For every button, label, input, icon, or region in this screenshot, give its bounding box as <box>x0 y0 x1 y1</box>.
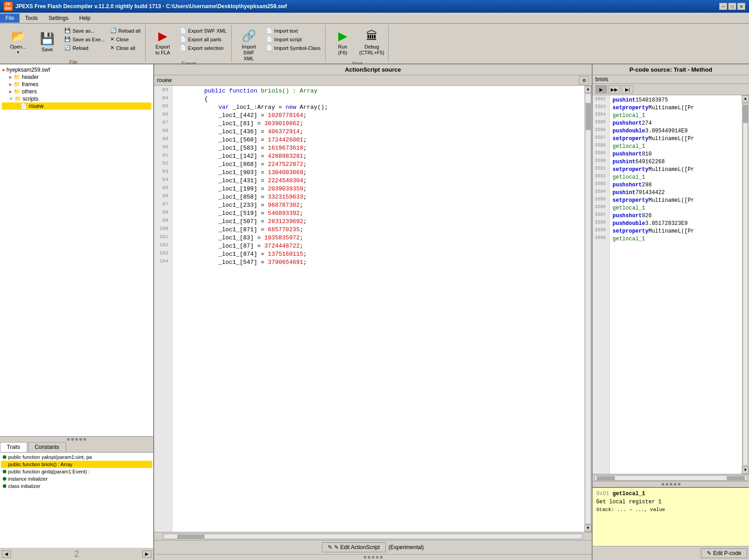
left-nav-next[interactable]: ▶ <box>142 550 151 558</box>
close-icon: ✕ <box>110 36 114 42</box>
pln-3582: 3582 <box>593 95 608 103</box>
export-fla-button[interactable]: ▶ Exportto FLA <box>149 27 176 58</box>
pcode-code[interactable]: 3582 3583 3584 3585 3586 3587 3588 3589 … <box>593 95 749 474</box>
open-arrow[interactable]: ▼ <box>16 50 20 54</box>
pcode-line-3592: getlocal_1 <box>613 173 739 181</box>
trait-label-class-init: class initializer <box>8 483 40 489</box>
as-vscroll-down[interactable]: ▼ <box>584 525 592 532</box>
tab-traits[interactable]: Traits <box>0 442 27 452</box>
menu-file[interactable]: File <box>0 14 19 23</box>
code-line-85: var _loc1_:Array = new Array(); <box>176 103 581 111</box>
menu-help[interactable]: Help <box>74 14 96 23</box>
toolbar-file-content: 📂 Open... ▼ 💾 Save 💾 Save as... 💾 <box>5 25 142 58</box>
import-text-icon: 📄 <box>266 28 272 34</box>
tree-item-header[interactable]: ▶ 📁 header <box>2 73 151 81</box>
file-tree[interactable]: ● hyepksam259.swf ▶ 📁 header ▶ 📁 frames … <box>0 64 153 437</box>
reload-all-button[interactable]: 🔄 Reload all <box>108 27 142 34</box>
edit-as-button[interactable]: ✎ ✎ Edit ActionScript <box>322 542 386 552</box>
tree-item-root[interactable]: ● hyepksam259.swf <box>2 66 151 73</box>
menu-tools[interactable]: Tools <box>19 14 43 23</box>
toolbar-file-group: 📂 Open... ▼ 💾 Save 💾 Save as... 💾 <box>2 25 146 62</box>
open-button[interactable]: 📂 Open... ▼ <box>5 27 32 57</box>
trait-item-yakspi[interactable]: public function yakspi(param1:uint, pa <box>1 453 152 461</box>
as-header-label: ActionScript source <box>345 66 401 73</box>
pcode-btn3[interactable]: ▶| <box>622 85 633 93</box>
pcode-hscrollbar[interactable] <box>593 474 749 481</box>
as-vscroll-track[interactable] <box>585 93 591 524</box>
save-button[interactable]: 💾 Save <box>34 27 61 57</box>
pcode-line-3591: setproperty MultinameL([Pr <box>613 166 739 173</box>
pln-3585: 3585 <box>593 118 608 126</box>
tab-constants[interactable]: Constants <box>28 442 66 452</box>
debug-button[interactable]: 🏛 Debug(CTRL+F5) <box>358 27 385 58</box>
tree-item-scripts[interactable]: ▼ 📁 scripts <box>2 95 151 102</box>
edit-pcode-button[interactable]: ✎ Edit P-code <box>701 548 747 558</box>
as-vscroll-up[interactable]: ▲ <box>584 86 592 93</box>
export-selection-button[interactable]: 📄 Export selection <box>178 44 229 52</box>
window-title: JPEXS Free Flash Decompiler v.11.2.0 nig… <box>15 3 287 10</box>
pcode-hscroll-right-arrows[interactable] <box>727 476 745 481</box>
trait-label-girdq: public function girdq(param1:Event) : <box>8 469 90 474</box>
import-script-icon: 📄 <box>266 36 272 42</box>
import-swf-xml-label: Import SWFXML <box>239 44 258 62</box>
save-as-exe-button[interactable]: 💾 Save as Exe... <box>63 35 107 43</box>
reload-button[interactable]: 🔄 Reload <box>63 44 107 52</box>
export-all-parts-button[interactable]: 📄 Export all parts <box>178 35 229 43</box>
pcode-vscroll-up[interactable]: ▲ <box>742 95 749 102</box>
pcode-vscroll[interactable]: ▲ ▼ <box>742 95 749 474</box>
as-tool-btn1[interactable]: ⚙ <box>579 76 589 84</box>
left-nav-prev[interactable]: ◀ <box>2 550 11 558</box>
import-text-button[interactable]: 📄 Import text <box>264 27 322 34</box>
pcode-hscroll-thumb[interactable] <box>597 476 615 481</box>
as-dot3 <box>372 556 374 559</box>
minimize-button[interactable]: ─ <box>719 3 727 10</box>
toolbar-start-content: ▶ Run(F6) 🏛 Debug(CTRL+F5) <box>329 25 385 60</box>
trait-item-class-init[interactable]: class initializer <box>1 482 152 490</box>
save-as-button[interactable]: 💾 Save as... <box>63 27 107 34</box>
trait-item-girdq[interactable]: public function girdq(param1:Event) : <box>1 468 152 475</box>
import-swf-xml-button[interactable]: 🔗 Import SWFXML <box>235 27 263 64</box>
close-button[interactable]: ✕ <box>737 3 745 10</box>
close-button[interactable]: ✕ Close <box>108 35 142 43</box>
folder-collapse-icon: ▼ <box>9 97 13 101</box>
as-hscrollbar[interactable] <box>154 532 592 540</box>
tree-item-frames[interactable]: ▶ 📁 frames <box>2 81 151 88</box>
as-hscroll-thumb[interactable] <box>177 535 204 539</box>
run-button[interactable]: ▶ Run(F6) <box>329 27 356 58</box>
as-hscroll-track[interactable] <box>163 534 583 539</box>
left-panel: ● hyepksam259.swf ▶ 📁 header ▶ 📁 frames … <box>0 64 154 560</box>
save-as-exe-icon: 💾 <box>64 36 71 42</box>
pln-3598: 3598 <box>593 219 608 226</box>
trait-item-instance-init[interactable]: instance initializer <box>1 475 152 482</box>
import-swf-xml-icon: 🔗 <box>242 29 256 43</box>
maximize-button[interactable]: □ <box>728 3 736 10</box>
toolbar-export-group: ▶ Exportto FLA 📄 Export SWF XML 📄 Export… <box>146 25 232 62</box>
tree-item-others[interactable]: ▶ 📁 others <box>2 88 151 95</box>
as-code-content[interactable]: public function briols() : Array { var _… <box>172 86 584 532</box>
as-code[interactable]: 83 84 85 86 87 88 89 90 91 92 93 <box>154 86 592 532</box>
import-symbol-class-button[interactable]: 📄 Import Symbol-Class <box>264 44 322 52</box>
traits-list[interactable]: public function yakspi(param1:uint, pa p… <box>0 453 153 548</box>
ln-91: 91 <box>154 151 170 159</box>
import-script-button[interactable]: 📄 Import script <box>264 35 322 43</box>
close-all-button[interactable]: ✕ Close all <box>108 44 142 52</box>
trait-item-briols[interactable]: public function briols() : Array <box>1 461 152 468</box>
pcode-vscroll-down[interactable]: ▼ <box>742 467 749 474</box>
menu-settings[interactable]: Settings <box>43 14 73 23</box>
pcode-content[interactable]: pushint 1540183975 setproperty Multiname… <box>610 95 742 474</box>
pln-3596: 3596 <box>593 203 608 211</box>
pcode-vscroll-thumb[interactable] <box>743 105 748 123</box>
pcode-btn-active[interactable]: ▶ <box>595 85 607 93</box>
export-swf-xml-button[interactable]: 📄 Export SWF XML <box>178 27 229 34</box>
pln-3600: 3600 <box>593 234 608 242</box>
as-vscroll[interactable]: ▲ ▼ <box>584 86 592 532</box>
pcode-hscroll-track[interactable] <box>594 475 747 481</box>
experimental-label: (Experimental) <box>389 544 424 550</box>
tree-item-rouew[interactable]: └ 📄 rouew <box>2 102 151 110</box>
folder-expand-icon3: ▶ <box>9 89 12 94</box>
pcode-vscroll-track[interactable] <box>743 103 748 466</box>
as-edit-toolbar: ✎ ✎ Edit ActionScript (Experimental) <box>154 540 592 554</box>
as-vscroll-thumb[interactable] <box>586 103 591 130</box>
tree-rouew-label: rouew <box>29 103 44 109</box>
pcode-btn2[interactable]: ▶▶ <box>608 85 620 93</box>
